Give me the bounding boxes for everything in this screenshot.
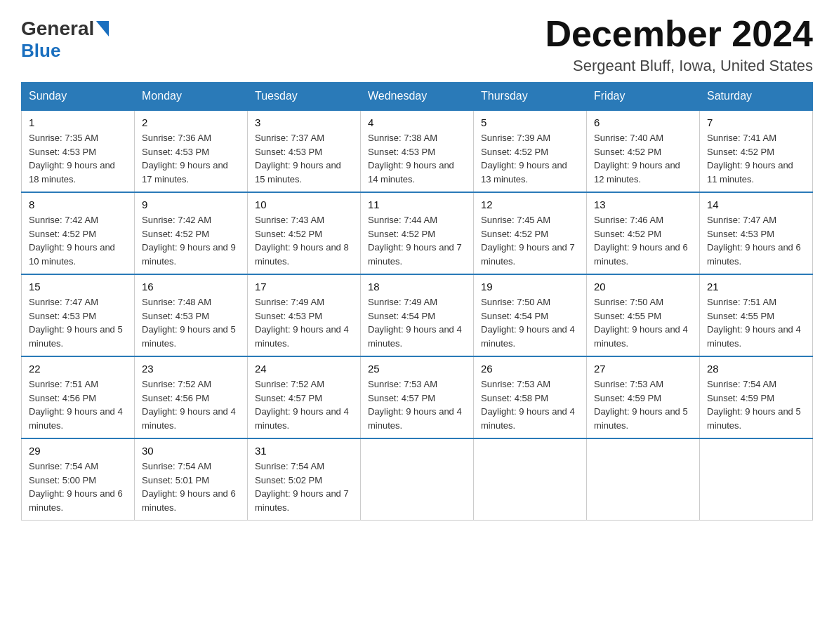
- day-info: Sunrise: 7:52 AMSunset: 4:57 PMDaylight:…: [255, 379, 349, 431]
- calendar-cell: 21 Sunrise: 7:51 AMSunset: 4:55 PMDaylig…: [700, 274, 813, 356]
- day-info: Sunrise: 7:37 AMSunset: 4:53 PMDaylight:…: [255, 133, 341, 185]
- day-number: 3: [255, 116, 353, 128]
- logo-arrow-icon: [96, 21, 109, 36]
- calendar-cell: [587, 438, 700, 521]
- day-info: Sunrise: 7:51 AMSunset: 4:55 PMDaylight:…: [707, 297, 801, 349]
- calendar-week-row: 1 Sunrise: 7:35 AMSunset: 4:53 PMDayligh…: [22, 110, 813, 192]
- day-number: 13: [594, 199, 692, 210]
- day-info: Sunrise: 7:53 AMSunset: 4:58 PMDaylight:…: [481, 379, 575, 431]
- col-header-friday: Friday: [587, 83, 700, 111]
- day-info: Sunrise: 7:54 AMSunset: 5:02 PMDaylight:…: [255, 461, 349, 513]
- calendar-cell: 25 Sunrise: 7:53 AMSunset: 4:57 PMDaylig…: [361, 356, 474, 438]
- col-header-monday: Monday: [135, 83, 248, 111]
- day-info: Sunrise: 7:49 AMSunset: 4:53 PMDaylight:…: [255, 297, 349, 349]
- calendar-cell: 14 Sunrise: 7:47 AMSunset: 4:53 PMDaylig…: [700, 192, 813, 274]
- title-block: December 2024 Sergeant Bluff, Iowa, Unit…: [545, 14, 813, 75]
- day-info: Sunrise: 7:43 AMSunset: 4:52 PMDaylight:…: [255, 215, 349, 267]
- day-info: Sunrise: 7:39 AMSunset: 4:52 PMDaylight:…: [481, 133, 567, 185]
- calendar-cell: 8 Sunrise: 7:42 AMSunset: 4:52 PMDayligh…: [22, 192, 135, 274]
- calendar-cell: 20 Sunrise: 7:50 AMSunset: 4:55 PMDaylig…: [587, 274, 700, 356]
- calendar-cell: 9 Sunrise: 7:42 AMSunset: 4:52 PMDayligh…: [135, 192, 248, 274]
- calendar-header-row: SundayMondayTuesdayWednesdayThursdayFrid…: [22, 83, 813, 111]
- calendar-cell: 30 Sunrise: 7:54 AMSunset: 5:01 PMDaylig…: [135, 438, 248, 521]
- day-number: 4: [368, 116, 466, 128]
- calendar-table: SundayMondayTuesdayWednesdayThursdayFrid…: [21, 82, 813, 521]
- day-info: Sunrise: 7:54 AMSunset: 4:59 PMDaylight:…: [707, 379, 801, 431]
- day-number: 15: [29, 281, 127, 293]
- calendar-cell: 6 Sunrise: 7:40 AMSunset: 4:52 PMDayligh…: [587, 110, 700, 192]
- calendar-cell: 22 Sunrise: 7:51 AMSunset: 4:56 PMDaylig…: [22, 356, 135, 438]
- day-number: 24: [255, 363, 353, 375]
- day-info: Sunrise: 7:54 AMSunset: 5:01 PMDaylight:…: [142, 461, 236, 513]
- calendar-cell: 16 Sunrise: 7:48 AMSunset: 4:53 PMDaylig…: [135, 274, 248, 356]
- calendar-cell: 1 Sunrise: 7:35 AMSunset: 4:53 PMDayligh…: [22, 110, 135, 192]
- calendar-cell: 3 Sunrise: 7:37 AMSunset: 4:53 PMDayligh…: [248, 110, 361, 192]
- day-number: 5: [481, 116, 579, 128]
- svg-marker-0: [96, 21, 109, 36]
- day-info: Sunrise: 7:41 AMSunset: 4:52 PMDaylight:…: [707, 133, 793, 185]
- day-info: Sunrise: 7:54 AMSunset: 5:00 PMDaylight:…: [29, 461, 123, 513]
- day-number: 11: [368, 199, 466, 210]
- page-header: General Blue December 2024 Sergeant Bluf…: [21, 14, 813, 75]
- col-header-sunday: Sunday: [22, 83, 135, 111]
- day-info: Sunrise: 7:38 AMSunset: 4:53 PMDaylight:…: [368, 133, 454, 185]
- calendar-cell: 28 Sunrise: 7:54 AMSunset: 4:59 PMDaylig…: [700, 356, 813, 438]
- day-info: Sunrise: 7:47 AMSunset: 4:53 PMDaylight:…: [707, 215, 801, 267]
- day-info: Sunrise: 7:51 AMSunset: 4:56 PMDaylight:…: [29, 379, 123, 431]
- day-info: Sunrise: 7:50 AMSunset: 4:54 PMDaylight:…: [481, 297, 575, 349]
- calendar-cell: 26 Sunrise: 7:53 AMSunset: 4:58 PMDaylig…: [474, 356, 587, 438]
- calendar-cell: 11 Sunrise: 7:44 AMSunset: 4:52 PMDaylig…: [361, 192, 474, 274]
- day-number: 16: [142, 281, 240, 293]
- day-info: Sunrise: 7:50 AMSunset: 4:55 PMDaylight:…: [594, 297, 688, 349]
- calendar-cell: 19 Sunrise: 7:50 AMSunset: 4:54 PMDaylig…: [474, 274, 587, 356]
- day-number: 27: [594, 363, 692, 375]
- day-number: 20: [594, 281, 692, 293]
- day-number: 19: [481, 281, 579, 293]
- day-info: Sunrise: 7:35 AMSunset: 4:53 PMDaylight:…: [29, 133, 115, 185]
- day-number: 26: [481, 363, 579, 375]
- day-number: 18: [368, 281, 466, 293]
- day-number: 25: [368, 363, 466, 375]
- calendar-cell: 29 Sunrise: 7:54 AMSunset: 5:00 PMDaylig…: [22, 438, 135, 521]
- day-info: Sunrise: 7:53 AMSunset: 4:59 PMDaylight:…: [594, 379, 688, 431]
- calendar-cell: 31 Sunrise: 7:54 AMSunset: 5:02 PMDaylig…: [248, 438, 361, 521]
- calendar-cell: 2 Sunrise: 7:36 AMSunset: 4:53 PMDayligh…: [135, 110, 248, 192]
- location-subtitle: Sergeant Bluff, Iowa, United States: [545, 57, 813, 75]
- calendar-cell: 15 Sunrise: 7:47 AMSunset: 4:53 PMDaylig…: [22, 274, 135, 356]
- day-number: 14: [707, 199, 805, 210]
- day-number: 8: [29, 199, 127, 210]
- day-number: 17: [255, 281, 353, 293]
- day-number: 23: [142, 363, 240, 375]
- day-number: 30: [142, 445, 240, 457]
- col-header-wednesday: Wednesday: [361, 83, 474, 111]
- day-info: Sunrise: 7:36 AMSunset: 4:53 PMDaylight:…: [142, 133, 228, 185]
- calendar-cell: 7 Sunrise: 7:41 AMSunset: 4:52 PMDayligh…: [700, 110, 813, 192]
- day-number: 10: [255, 199, 353, 210]
- col-header-tuesday: Tuesday: [248, 83, 361, 111]
- day-number: 2: [142, 116, 240, 128]
- day-info: Sunrise: 7:42 AMSunset: 4:52 PMDaylight:…: [29, 215, 115, 267]
- calendar-cell: 27 Sunrise: 7:53 AMSunset: 4:59 PMDaylig…: [587, 356, 700, 438]
- day-number: 22: [29, 363, 127, 375]
- calendar-cell: [474, 438, 587, 521]
- month-title: December 2024: [545, 14, 813, 54]
- calendar-cell: 18 Sunrise: 7:49 AMSunset: 4:54 PMDaylig…: [361, 274, 474, 356]
- calendar-cell: 5 Sunrise: 7:39 AMSunset: 4:52 PMDayligh…: [474, 110, 587, 192]
- day-number: 9: [142, 199, 240, 210]
- day-info: Sunrise: 7:52 AMSunset: 4:56 PMDaylight:…: [142, 379, 236, 431]
- day-number: 12: [481, 199, 579, 210]
- calendar-week-row: 8 Sunrise: 7:42 AMSunset: 4:52 PMDayligh…: [22, 192, 813, 274]
- calendar-cell: 10 Sunrise: 7:43 AMSunset: 4:52 PMDaylig…: [248, 192, 361, 274]
- day-info: Sunrise: 7:49 AMSunset: 4:54 PMDaylight:…: [368, 297, 462, 349]
- day-number: 1: [29, 116, 127, 128]
- day-number: 31: [255, 445, 353, 457]
- logo: General Blue: [21, 14, 109, 62]
- day-info: Sunrise: 7:40 AMSunset: 4:52 PMDaylight:…: [594, 133, 680, 185]
- day-number: 29: [29, 445, 127, 457]
- calendar-cell: 24 Sunrise: 7:52 AMSunset: 4:57 PMDaylig…: [248, 356, 361, 438]
- day-number: 7: [707, 116, 805, 128]
- col-header-thursday: Thursday: [474, 83, 587, 111]
- calendar-cell: 23 Sunrise: 7:52 AMSunset: 4:56 PMDaylig…: [135, 356, 248, 438]
- calendar-week-row: 22 Sunrise: 7:51 AMSunset: 4:56 PMDaylig…: [22, 356, 813, 438]
- day-info: Sunrise: 7:53 AMSunset: 4:57 PMDaylight:…: [368, 379, 462, 431]
